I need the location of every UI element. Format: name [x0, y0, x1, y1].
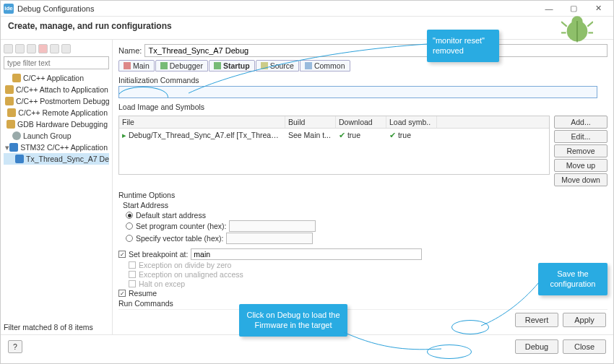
- page-title: Create, manage, and run configurations: [1, 17, 613, 34]
- col-file[interactable]: File: [119, 116, 285, 128]
- config-type-icon: [7, 108, 16, 117]
- tree-item[interactable]: GDB Hardware Debugging: [4, 118, 109, 130]
- window-title: Debug Configurations: [17, 4, 537, 13]
- check-unaligned: [129, 271, 136, 278]
- tree-item[interactable]: C/C++ Application: [4, 72, 109, 84]
- revert-button[interactable]: Revert: [515, 313, 558, 327]
- col-download[interactable]: Download: [336, 116, 386, 128]
- load-section-label: Load Image and Symbols: [118, 103, 607, 111]
- tab-debugger[interactable]: Debugger: [155, 60, 208, 72]
- config-type-icon: [5, 85, 14, 94]
- start-address-label: Start Address: [123, 201, 607, 209]
- movedown-button[interactable]: Move down: [554, 173, 607, 186]
- filter-matched-label: Filter matched 8 of 8 items: [4, 318, 109, 332]
- config-type-icon: [7, 120, 15, 129]
- tree-item[interactable]: C/C++ Attach to Application: [4, 84, 109, 95]
- callout-click-debug: Click on Debug to load the Firmware in t…: [239, 304, 347, 337]
- check-halt-exc: [129, 280, 136, 287]
- check-breakpoint[interactable]: ✓: [118, 251, 126, 258]
- help-button[interactable]: ?: [8, 340, 22, 353]
- tab-startup[interactable]: Startup: [209, 60, 255, 72]
- tab-common[interactable]: Common: [300, 60, 350, 72]
- image-symbols-table[interactable]: File Build Download Load symb.. ▸ Debug/…: [118, 116, 550, 175]
- tab-icon: [124, 62, 131, 69]
- tab-icon: [214, 62, 221, 69]
- delete-icon[interactable]: [38, 44, 48, 53]
- tab-icon: [261, 62, 268, 69]
- radio-vector-hex[interactable]: [126, 235, 133, 242]
- remove-button[interactable]: Remove: [554, 144, 607, 157]
- debug-config-window: ide Debug Configurations — ▢ ✕ Create, m…: [0, 0, 614, 364]
- add-button[interactable]: Add...: [554, 116, 607, 129]
- edit-button[interactable]: Edit...: [554, 130, 607, 143]
- config-type-icon: [15, 155, 24, 163]
- col-build[interactable]: Build: [285, 116, 336, 128]
- check-resume[interactable]: ✓: [118, 290, 126, 297]
- callout-save-config: Save the configuration: [538, 263, 607, 295]
- tree-item[interactable]: Launch Group: [4, 130, 109, 142]
- new-config-icon[interactable]: [4, 44, 13, 53]
- table-row[interactable]: ▸ Debug/Tx_Thread_Sync_A7.elf [Tx_Thread…: [119, 129, 549, 142]
- config-type-icon: [9, 143, 18, 152]
- close-dialog-button[interactable]: Close: [563, 339, 606, 354]
- config-tree: C/C++ ApplicationC/C++ Attach to Applica…: [4, 72, 109, 165]
- dup-config-icon[interactable]: [15, 44, 25, 53]
- vector-hex-input[interactable]: [226, 233, 313, 244]
- tree-item[interactable]: C/C++ Postmortem Debugger: [4, 95, 109, 107]
- col-loadsym[interactable]: Load symb..: [386, 116, 437, 128]
- runtime-title: Runtime Options: [118, 191, 607, 199]
- filter-input[interactable]: [4, 56, 109, 69]
- ide-icon: ide: [4, 4, 14, 14]
- annotation-ellipse-debug: [427, 344, 472, 359]
- radio-pc-hex[interactable]: [126, 222, 133, 230]
- check-div-zero: [129, 261, 136, 269]
- config-type-icon: [5, 97, 14, 105]
- tab-main[interactable]: Main: [118, 60, 155, 72]
- run-commands-label: Run Commands: [118, 299, 607, 308]
- tree-item[interactable]: Tx_Thread_Sync_A7 Debug: [4, 153, 109, 165]
- pc-hex-input[interactable]: [229, 220, 316, 232]
- config-type-icon: [12, 131, 21, 140]
- moveup-button[interactable]: Move up: [554, 159, 607, 172]
- tree-item[interactable]: C/C++ Remote Application: [4, 107, 109, 118]
- name-label: Name:: [118, 46, 142, 55]
- tab-bar: MainDebuggerStartupSourceCommon: [118, 60, 607, 72]
- debug-button[interactable]: Debug: [515, 339, 558, 354]
- apply-button[interactable]: Apply: [563, 313, 606, 327]
- config-type-icon: [12, 74, 21, 82]
- tab-icon: [305, 62, 312, 69]
- tree-item[interactable]: ▾STM32 C/C++ Application: [4, 142, 109, 153]
- tab-source[interactable]: Source: [256, 60, 299, 72]
- minimize-button[interactable]: —: [537, 1, 561, 16]
- dialog-footer: ? Debug Close: [1, 334, 613, 358]
- callout-monitor-reset: "monitor reset" removed: [427, 30, 499, 62]
- collapse-icon[interactable]: [50, 44, 59, 53]
- svg-line-4: [587, 22, 593, 27]
- export-icon[interactable]: [27, 44, 36, 53]
- bug-background-icon: [561, 14, 593, 46]
- name-input[interactable]: [144, 44, 607, 57]
- titlebar: ide Debug Configurations — ▢ ✕: [1, 1, 613, 17]
- filter-icon[interactable]: [61, 44, 71, 53]
- init-commands-textarea[interactable]: monitor halt: [118, 86, 597, 98]
- tab-icon: [160, 62, 168, 69]
- init-line-text: monitor halt: [122, 97, 160, 98]
- annotation-ellipse-apply: [451, 320, 489, 334]
- sidebar-toolbar: [4, 43, 109, 56]
- sidebar: C/C++ ApplicationC/C++ Attach to Applica…: [1, 40, 113, 334]
- init-commands-label: Initialization Commands: [118, 76, 607, 84]
- svg-line-3: [561, 22, 567, 27]
- breakpoint-input[interactable]: [191, 248, 422, 260]
- radio-default-start[interactable]: [126, 212, 133, 219]
